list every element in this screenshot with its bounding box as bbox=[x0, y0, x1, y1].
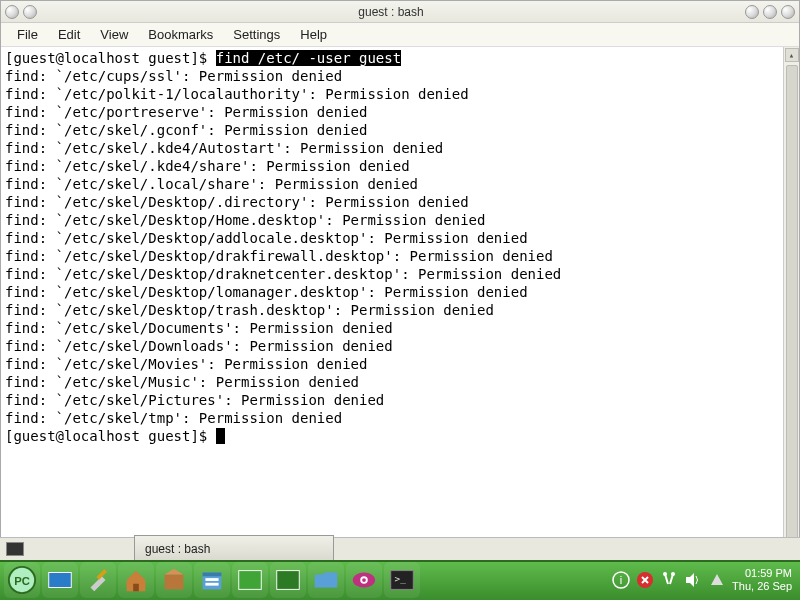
clock-date: Thu, 26 Sep bbox=[732, 580, 792, 593]
menu-view[interactable]: View bbox=[92, 25, 136, 44]
output-line: find: `/etc/skel/Desktop/trash.desktop':… bbox=[5, 301, 795, 319]
svg-rect-13 bbox=[277, 571, 300, 590]
menu-file[interactable]: File bbox=[9, 25, 46, 44]
svg-text:i: i bbox=[620, 574, 622, 586]
terminal-output[interactable]: [guest@localhost guest]$ find /etc/ -use… bbox=[1, 47, 799, 559]
output-line: find: `/etc/cups/ssl': Permission denied bbox=[5, 67, 795, 85]
scroll-thumb[interactable] bbox=[786, 65, 798, 541]
info-icon[interactable]: i bbox=[612, 571, 630, 589]
output-line: find: `/etc/skel/Pictures': Permission d… bbox=[5, 391, 795, 409]
start-menu-icon[interactable]: PC bbox=[4, 562, 40, 598]
window-list-bar: guest : bash bbox=[0, 537, 800, 560]
output-line: find: `/etc/skel/.gconf': Permission den… bbox=[5, 121, 795, 139]
desktop-switcher-2-icon[interactable] bbox=[270, 562, 306, 598]
menu-edit[interactable]: Edit bbox=[50, 25, 88, 44]
task-button-terminal[interactable]: guest : bash bbox=[134, 535, 334, 563]
taskbar: PC >_ i bbox=[0, 560, 800, 600]
menubar: File Edit View Bookmarks Settings Help bbox=[1, 23, 799, 47]
svg-rect-12 bbox=[239, 571, 262, 590]
clock-time: 01:59 PM bbox=[732, 567, 792, 580]
volume-icon[interactable] bbox=[684, 571, 702, 589]
svg-point-22 bbox=[663, 572, 667, 576]
cursor-icon bbox=[216, 428, 225, 444]
svg-marker-7 bbox=[165, 569, 184, 575]
package-manager-icon[interactable] bbox=[156, 562, 192, 598]
svg-rect-9 bbox=[203, 573, 222, 577]
output-line: find: `/etc/polkit-1/localauthority': Pe… bbox=[5, 85, 795, 103]
clipboard-icon[interactable] bbox=[660, 571, 678, 589]
menu-help[interactable]: Help bbox=[292, 25, 335, 44]
dock: PC >_ bbox=[0, 560, 420, 600]
system-tray: i 01:59 PM Thu, 26 Sep bbox=[612, 560, 796, 600]
close-tray-icon[interactable] bbox=[636, 571, 654, 589]
output-line: find: `/etc/skel/Documents': Permission … bbox=[5, 319, 795, 337]
output-line: find: `/etc/skel/Movies': Permission den… bbox=[5, 355, 795, 373]
prompt: [guest@localhost guest]$ bbox=[5, 50, 216, 66]
highlighted-command: find /etc/ -user guest bbox=[216, 50, 401, 66]
clock[interactable]: 01:59 PM Thu, 26 Sep bbox=[732, 567, 796, 593]
show-desktop-icon[interactable] bbox=[42, 562, 78, 598]
output-line: find: `/etc/skel/Desktop/draknetcenter.d… bbox=[5, 265, 795, 283]
titlebar[interactable]: guest : bash bbox=[1, 1, 799, 23]
terminal-launcher-icon[interactable]: >_ bbox=[384, 562, 420, 598]
output-line: find: `/etc/skel/.kde4/share': Permissio… bbox=[5, 157, 795, 175]
eye-icon[interactable] bbox=[346, 562, 382, 598]
output-line: find: `/etc/skel/tmp': Permission denied bbox=[5, 409, 795, 427]
svg-marker-24 bbox=[686, 573, 694, 587]
output-line: find: `/etc/skel/Desktop/addlocale.deskt… bbox=[5, 229, 795, 247]
svg-rect-11 bbox=[205, 583, 218, 586]
menu-bookmarks[interactable]: Bookmarks bbox=[140, 25, 221, 44]
output-line: find: `/etc/skel/Desktop/lomanager.deskt… bbox=[5, 283, 795, 301]
task-button-label: guest : bash bbox=[145, 542, 210, 556]
window-sticky-icon[interactable] bbox=[23, 5, 37, 19]
terminal-window: guest : bash File Edit View Bookmarks Se… bbox=[0, 0, 800, 560]
output-line: find: `/etc/skel/.kde4/Autostart': Permi… bbox=[5, 139, 795, 157]
scroll-up-icon[interactable]: ▴ bbox=[785, 48, 799, 62]
output-line: find: `/etc/skel/Desktop/.directory': Pe… bbox=[5, 193, 795, 211]
maximize-icon[interactable] bbox=[763, 5, 777, 19]
arrow-up-icon[interactable] bbox=[708, 571, 726, 589]
folder-icon[interactable] bbox=[308, 562, 344, 598]
svg-rect-2 bbox=[49, 573, 72, 588]
output-line: find: `/etc/skel/Music': Permission deni… bbox=[5, 373, 795, 391]
output-line: find: `/etc/skel/Desktop/drakfirewall.de… bbox=[5, 247, 795, 265]
svg-text:>_: >_ bbox=[395, 573, 407, 584]
svg-text:PC: PC bbox=[14, 575, 30, 587]
window-list-icon[interactable] bbox=[6, 542, 24, 556]
menu-settings[interactable]: Settings bbox=[225, 25, 288, 44]
svg-point-16 bbox=[362, 578, 366, 582]
window-menu-icon[interactable] bbox=[5, 5, 19, 19]
scrollbar[interactable]: ▴ ▾ bbox=[783, 47, 799, 559]
output-line: find: `/etc/skel/.local/share': Permissi… bbox=[5, 175, 795, 193]
file-manager-icon[interactable] bbox=[194, 562, 230, 598]
minimize-icon[interactable] bbox=[745, 5, 759, 19]
svg-marker-25 bbox=[711, 574, 723, 585]
svg-rect-5 bbox=[133, 584, 139, 592]
settings-icon[interactable] bbox=[80, 562, 116, 598]
svg-rect-10 bbox=[205, 578, 218, 581]
close-icon[interactable] bbox=[781, 5, 795, 19]
home-folder-icon[interactable] bbox=[118, 562, 154, 598]
window-title: guest : bash bbox=[37, 5, 745, 19]
desktop-switcher-1-icon[interactable] bbox=[232, 562, 268, 598]
svg-point-23 bbox=[671, 572, 675, 576]
output-line: find: `/etc/portreserve': Permission den… bbox=[5, 103, 795, 121]
output-line: find: `/etc/skel/Downloads': Permission … bbox=[5, 337, 795, 355]
output-line: find: `/etc/skel/Desktop/Home.desktop': … bbox=[5, 211, 795, 229]
svg-rect-6 bbox=[165, 574, 184, 589]
prompt: [guest@localhost guest]$ bbox=[5, 428, 216, 444]
